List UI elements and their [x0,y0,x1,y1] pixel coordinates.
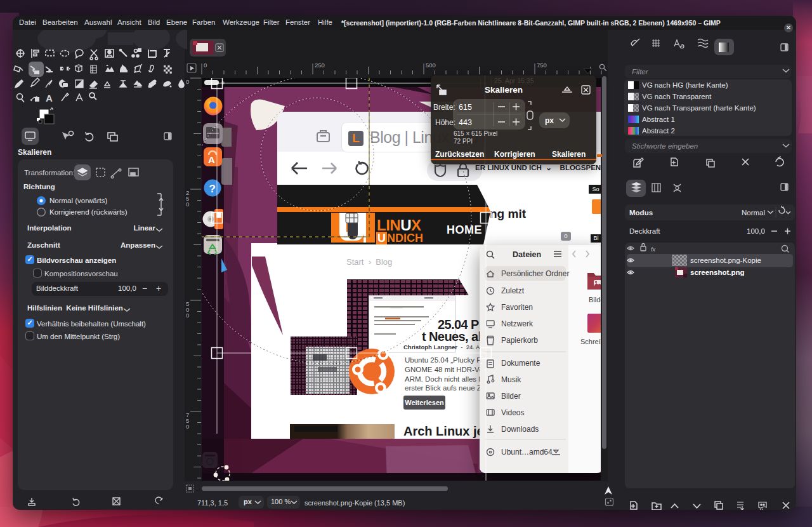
svg-text:750: 750 [537,62,547,69]
svg-text:VG nach HG (harte Kante): VG nach HG (harte Kante) [642,81,728,89]
svg-text:Skalieren: Skalieren [485,85,523,95]
svg-text:VG nach Transparent: VG nach Transparent [642,93,712,100]
svg-text:Favoriten: Favoriten [501,303,533,312]
svg-text:Papierkorb: Papierkorb [501,336,538,345]
svg-text:?: ? [209,183,216,195]
svg-text:Ubunt…amd64: Ubunt…amd64 [501,448,553,457]
svg-text:Breite:: Breite: [433,103,455,112]
svg-text:615: 615 [459,103,472,112]
svg-text:px: px [545,116,554,125]
svg-text:0: 0 [186,423,189,430]
svg-text:Persönlicher Ordner: Persönlicher Ordner [501,269,569,278]
svg-text:Netzwerk: Netzwerk [501,319,534,328]
svg-text:screenshot.png: screenshot.png [690,269,745,276]
svg-text:Deckkraft: Deckkraft [629,227,660,235]
svg-text:A: A [46,93,53,103]
svg-text:Schreib: Schreib [580,338,601,345]
svg-text:Filter: Filter [632,68,649,76]
svg-text:Abstract 1: Abstract 1 [642,116,675,123]
svg-text:Skalieren: Skalieren [552,150,586,159]
svg-text:0: 0 [186,312,189,319]
svg-text:Modus: Modus [629,209,653,217]
svg-text:0: 0 [186,78,189,85]
svg-text:Downloads: Downloads [501,425,539,434]
svg-text:VG nach Transparent (harte Kan: VG nach Transparent (harte Kante) [642,104,756,112]
svg-text:Abstract 2: Abstract 2 [642,127,675,135]
svg-text:72 PPI: 72 PPI [454,138,473,145]
svg-text:100,0: 100,0 [747,227,765,235]
svg-text:Höhe:: Höhe: [435,118,455,127]
svg-text:screenshot.png-Kopie: screenshot.png-Kopie [690,257,761,264]
svg-text:Korrigieren: Korrigieren [494,150,535,159]
svg-text:615 × 615 Pixel: 615 × 615 Pixel [454,130,497,137]
svg-text:Dateien: Dateien [513,250,541,259]
svg-text:Bilder: Bilder [501,392,521,401]
svg-text:Videos: Videos [501,408,524,417]
svg-text:500: 500 [426,62,436,69]
svg-text:Stichworte eingeben: Stichworte eingeben [632,142,698,150]
svg-text:A: A [208,154,215,165]
svg-text:fx: fx [651,246,656,253]
svg-text:Normal: Normal [742,209,765,217]
svg-text:Musik: Musik [501,375,521,384]
svg-text:Bilde: Bilde [589,296,601,304]
svg-text:Dokumente: Dokumente [501,359,540,368]
svg-text:0: 0 [204,62,207,69]
svg-text:250: 250 [315,62,325,69]
svg-text:Zurücksetzen: Zurücksetzen [435,150,484,159]
svg-text:443: 443 [459,118,472,127]
svg-text:Zuletzt: Zuletzt [501,286,525,295]
svg-text:0: 0 [186,201,189,208]
